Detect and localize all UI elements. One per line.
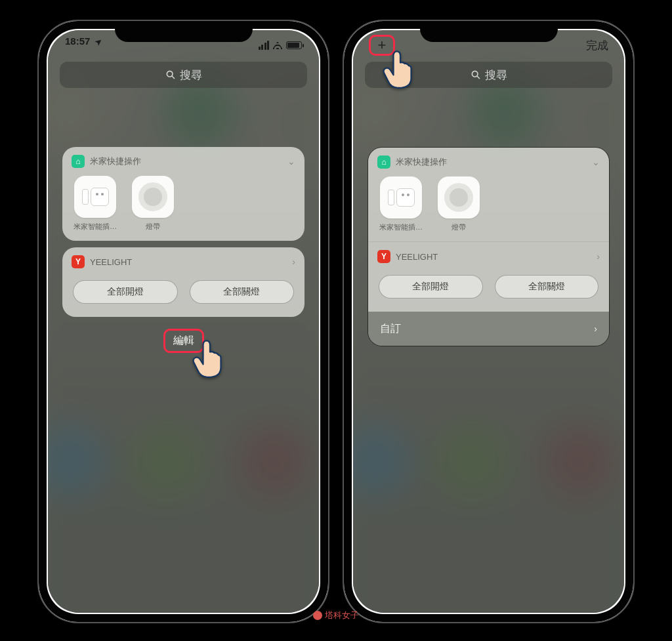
search-placeholder: 搜尋 — [485, 68, 507, 83]
phone-right: + 完成 搜尋 ⌂ 米家快捷操作 — [343, 20, 635, 623]
tile-label: 米家智能插… — [72, 222, 119, 232]
smart-plug-icon — [386, 185, 416, 210]
search-input[interactable]: 搜尋 — [60, 62, 307, 88]
smart-plug-icon — [80, 184, 110, 209]
customize-row[interactable]: 自訂 › — [368, 312, 609, 346]
search-placeholder: 搜尋 — [180, 68, 202, 83]
mijia-app-icon: ⌂ — [72, 155, 85, 168]
tile-label: 燈帶 — [129, 222, 177, 232]
svg-point-2 — [472, 71, 478, 77]
yeelight-all-on-button[interactable]: 全部開燈 — [73, 280, 178, 304]
widget-yeelight-title: YEELIGHT — [396, 252, 438, 262]
mijia-tile-lightstrip[interactable]: 燈帶 — [435, 176, 482, 232]
mijia-tile-plug[interactable]: 米家智能插… — [377, 176, 425, 232]
tile-label: 燈帶 — [435, 222, 482, 232]
done-button[interactable]: 完成 — [586, 38, 608, 53]
watermark-text: 塔科女子 — [325, 610, 359, 621]
svg-line-3 — [477, 76, 480, 79]
signal-icon — [259, 41, 270, 50]
mijia-app-icon: ⌂ — [377, 155, 390, 169]
widget-mijia[interactable]: ⌂ 米家快捷操作 ⌄ 米家智能插… 燈帶 — [62, 147, 304, 241]
search-icon — [471, 70, 481, 80]
customize-label: 自訂 — [380, 322, 401, 336]
status-time: 18:57 ➤ — [65, 35, 102, 55]
chevron-down-icon[interactable]: ⌄ — [592, 157, 600, 167]
phone-left: 18:57 ➤ 搜尋 ⌂ 米 — [37, 20, 329, 623]
battery-icon — [286, 41, 302, 49]
mijia-tile-plug[interactable]: 米家智能插… — [72, 176, 119, 232]
yeelight-all-off-button[interactable]: 全部關燈 — [495, 275, 599, 299]
search-input[interactable]: 搜尋 — [365, 62, 612, 88]
watermark: 塔科女子 — [313, 610, 359, 621]
widget-yeelight-title: YEELIGHT — [90, 257, 132, 267]
chevron-down-icon[interactable]: ⌄ — [287, 156, 295, 167]
edit-button[interactable]: 編輯 — [163, 329, 204, 353]
chevron-right-icon[interactable]: › — [597, 251, 600, 262]
svg-point-0 — [167, 71, 173, 77]
screen-right: + 完成 搜尋 ⌂ 米家快捷操作 — [353, 30, 624, 613]
light-strip-icon — [138, 182, 167, 211]
chevron-right-icon[interactable]: › — [292, 257, 295, 267]
widget-yeelight[interactable]: Y YEELIGHT › 全部開燈 全部關燈 — [368, 241, 609, 312]
widget-mijia-title: 米家快捷操作 — [90, 155, 141, 167]
widget-mijia[interactable]: ⌂ 米家快捷操作 ⌄ 米家智能插… 燈帶 — [368, 148, 609, 241]
chevron-right-icon: › — [594, 323, 597, 334]
yeelight-all-off-button[interactable]: 全部關燈 — [190, 280, 295, 304]
notch — [420, 21, 558, 42]
notch — [115, 21, 253, 42]
mijia-tile-lightstrip[interactable]: 燈帶 — [129, 176, 177, 232]
yeelight-app-icon: Y — [72, 255, 85, 268]
yeelight-app-icon: Y — [377, 250, 390, 263]
search-icon — [165, 70, 176, 80]
add-widget-button[interactable]: + — [369, 35, 395, 56]
tile-label: 米家智能插… — [377, 222, 425, 232]
light-strip-icon — [444, 183, 473, 212]
svg-line-1 — [172, 76, 175, 79]
widget-mijia-title: 米家快捷操作 — [396, 156, 447, 168]
yeelight-all-on-button[interactable]: 全部開燈 — [379, 275, 483, 299]
screen-left: 18:57 ➤ 搜尋 ⌂ 米 — [48, 30, 319, 613]
watermark-icon — [313, 611, 322, 620]
location-icon: ➤ — [93, 36, 104, 47]
widget-yeelight[interactable]: Y YEELIGHT › 全部開燈 全部關燈 — [62, 247, 304, 317]
wifi-icon — [272, 41, 283, 49]
